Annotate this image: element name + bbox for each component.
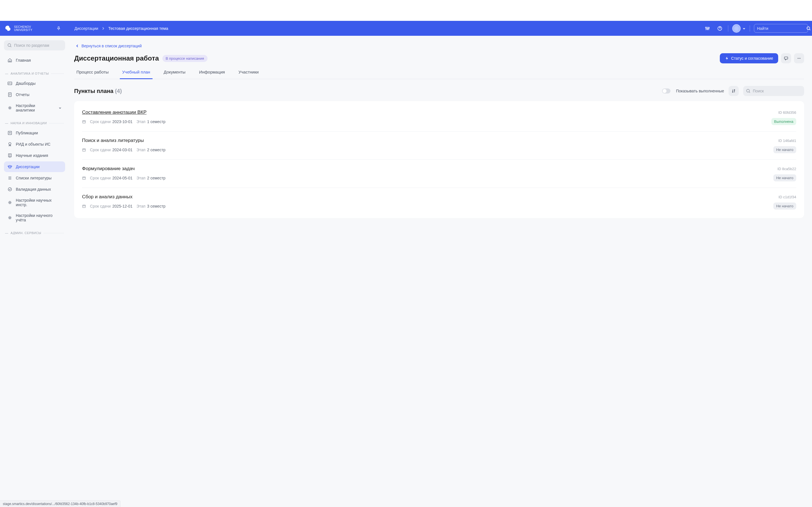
sidebar-item-label: Диссертации (16, 165, 40, 169)
tab-participants[interactable]: Участники (236, 69, 261, 79)
plan-item-title[interactable]: Сбор и анализ данных (82, 194, 133, 200)
sidebar-item-lit-lists[interactable]: Списки литературы (4, 173, 65, 183)
back-link-label: Вернуться в список диссертаций (82, 44, 142, 48)
bolt-icon (725, 56, 729, 60)
sort-button[interactable] (728, 86, 739, 96)
due-value: 2025-12-01 (112, 204, 133, 209)
chevron-right-icon (101, 27, 105, 30)
sidebar-item-label: Публикации (16, 131, 38, 135)
due-value: 2024-05-01 (112, 176, 133, 180)
sidebar-search-input[interactable] (14, 43, 63, 48)
comment-button[interactable] (781, 53, 791, 63)
status-badge: Не начато (773, 203, 796, 210)
stage-value: 2 семестр (147, 176, 165, 180)
plan-item-id: ID c1d1f34 (778, 195, 796, 199)
book-icon (7, 153, 12, 158)
due-label: Срок сдачи (90, 204, 110, 209)
svg-rect-20 (83, 149, 86, 151)
chevron-down-icon (742, 27, 746, 30)
plan-item: Составление аннотации ВКР ID 60fd356 Сро… (82, 103, 796, 131)
svg-point-8 (9, 107, 11, 109)
stage-label: Этап (137, 148, 146, 152)
chart-icon (7, 81, 12, 86)
svg-point-15 (798, 58, 799, 59)
plan-item-title[interactable]: Формулирование задач (82, 166, 135, 172)
section-header: Пункты плана (4) Показывать выполненные (74, 86, 804, 96)
stage-value: 1 семестр (147, 119, 165, 124)
calendar-icon (82, 120, 86, 124)
sidebar-item-publications[interactable]: Публикации (4, 128, 65, 138)
filter-search[interactable] (743, 86, 804, 96)
sidebar-item-label: Научные издания (16, 153, 48, 158)
due-value: 2023-10-01 (112, 119, 133, 124)
tab-study-plan[interactable]: Учебный план (120, 69, 152, 79)
sidebar-item-label: Списки литературы (16, 176, 52, 180)
more-button[interactable] (794, 53, 804, 63)
sidebar-item-label: Главная (16, 58, 31, 62)
status-approval-button[interactable]: Статус и согласование (720, 53, 778, 63)
tab-documents[interactable]: Документы (161, 69, 188, 79)
settings-sliders-icon[interactable] (703, 24, 712, 33)
tab-process[interactable]: Процесс работы (74, 69, 111, 79)
sidebar-item-label: РИД и объекты ИС (16, 142, 50, 147)
sidebar: Главная — АНАЛИТИКА И ОТЧЕТЫ Дашборды От… (0, 36, 69, 507)
gear-icon (7, 200, 12, 205)
calendar-icon (82, 148, 86, 152)
sidebar-item-reports[interactable]: Отчеты (4, 89, 65, 100)
file-icon (7, 92, 12, 97)
tab-info[interactable]: Информация (197, 69, 227, 79)
sidebar-item-sci-account-settings[interactable]: Настройки научного учёта (4, 210, 65, 225)
breadcrumb-root[interactable]: Диссертации (74, 26, 98, 31)
document-icon (7, 130, 12, 135)
primary-btn-label: Статус и согласование (731, 56, 773, 61)
chevron-left-icon (75, 44, 79, 48)
dash-icon: — (5, 231, 8, 235)
page-header: Диссертационная работа В процессе написа… (74, 53, 804, 63)
logo-icon (4, 24, 12, 33)
due-label: Срок сдачи (90, 176, 110, 180)
header-search[interactable] (754, 24, 808, 33)
user-menu[interactable] (732, 24, 746, 33)
sidebar-item-rid[interactable]: РИД и объекты ИС (4, 139, 65, 150)
back-link[interactable]: Вернуться в список диссертаций (74, 44, 804, 48)
sidebar-item-analytics-settings[interactable]: Настройки аналитики (4, 101, 65, 115)
sidebar-item-dashboards[interactable]: Дашборды (4, 78, 65, 89)
sidebar-search[interactable] (4, 40, 65, 50)
status-badge: Выполнена (771, 118, 796, 125)
search-icon (746, 89, 751, 93)
section-count: (4) (115, 88, 122, 94)
status-badge: Не начато (773, 146, 796, 153)
chevron-down-icon (58, 106, 62, 110)
check-icon (7, 187, 12, 192)
due-value: 2024-03-01 (112, 148, 133, 152)
logo-text-2: UNIVERSITY (14, 29, 33, 32)
gear-icon (7, 105, 12, 110)
svg-rect-22 (83, 205, 86, 208)
help-icon[interactable] (716, 24, 724, 33)
header-search-input[interactable] (757, 26, 806, 31)
plan-item: Сбор и анализ данных ID c1d1f34 Срок сда… (82, 188, 796, 216)
calendar-icon (82, 204, 86, 208)
svg-point-1 (707, 29, 708, 30)
calendar-icon (82, 176, 86, 180)
sidebar-item-home[interactable]: Главная (4, 55, 65, 66)
breadcrumb-current: Тестовая диссертационная тема (108, 26, 168, 31)
plan-item: Поиск и анализ литературы ID 146afd1 Сро… (82, 131, 796, 160)
show-completed-toggle[interactable] (662, 89, 670, 94)
pin-icon[interactable] (55, 24, 63, 33)
sidebar-item-sci-tools-settings[interactable]: Настройки научных инстр. (4, 195, 65, 210)
svg-point-5 (8, 44, 11, 47)
plan-item-title[interactable]: Составление аннотации ВКР (82, 110, 147, 115)
svg-rect-14 (784, 57, 788, 59)
stage-label: Этап (137, 176, 146, 180)
sidebar-item-label: Настройки научных инстр. (16, 198, 62, 207)
plan-item-title[interactable]: Поиск и анализ литературы (82, 138, 144, 144)
due-label: Срок сдачи (90, 148, 110, 152)
logo[interactable]: SECHENOV UNIVERSITY (4, 24, 66, 33)
filter-search-input[interactable] (753, 89, 802, 93)
sidebar-item-journals[interactable]: Научные издания (4, 150, 65, 161)
sidebar-item-dissertations[interactable]: Диссертации (4, 161, 65, 172)
sidebar-item-label: Дашборды (16, 81, 36, 86)
svg-point-18 (747, 89, 749, 92)
sidebar-item-validation[interactable]: Валидация данных (4, 184, 65, 194)
